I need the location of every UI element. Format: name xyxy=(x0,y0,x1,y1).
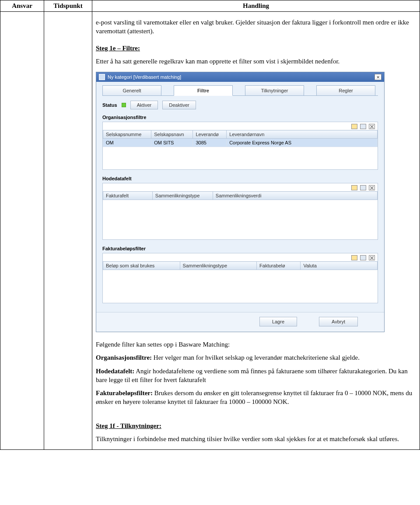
status-row: Status Aktiver Deaktiver xyxy=(102,101,378,109)
aktiver-button[interactable]: Aktiver xyxy=(130,101,158,109)
hode-desc: Hodedatafelt: Angir hodedatafeltene og v… xyxy=(96,367,416,385)
belop-desc: Fakturabeløpsfilter: Brukes dersom du øn… xyxy=(96,389,416,407)
org-text: Her velger man for hvilket selskap og le… xyxy=(152,354,360,361)
hode-col-sammenlikningstype[interactable]: Sammenlikningstype xyxy=(152,192,213,200)
hode-grid: Fakturafelt Sammenlikningstype Sammenlik… xyxy=(103,191,378,200)
section-title-belop: Fakturabeløpsfilter xyxy=(102,246,378,251)
org-cell-navn: OM SITS xyxy=(151,139,193,147)
tab-tilknytninger[interactable]: Tilknytninger xyxy=(245,85,304,96)
window-icon xyxy=(99,74,105,80)
org-pane: Selskapsnumme Selskapsnavn Leverandø Lev… xyxy=(102,122,378,170)
titlebar: Ny kategori [Verdibasert matching] ✕ xyxy=(96,72,384,82)
org-desc: Organisasjonsfiltre: Her velger man for … xyxy=(96,353,416,362)
hode-col-fakturafelt[interactable]: Fakturafelt xyxy=(103,192,153,200)
status-indicator-icon xyxy=(122,103,126,107)
step-1e-body: Etter å ha satt generelle regelkrav kan … xyxy=(96,57,416,66)
belop-col-belop[interactable]: Beløp som skal brukes xyxy=(103,262,180,270)
close-icon[interactable]: ✕ xyxy=(374,74,382,80)
delete-icon[interactable] xyxy=(369,124,375,129)
tab-filtre[interactable]: Filtre xyxy=(174,85,233,96)
status-label: Status xyxy=(102,102,117,108)
new-icon[interactable] xyxy=(351,185,357,190)
cell-handling: e-post varsling til varemottaker eller e… xyxy=(92,12,420,450)
header-ansvar: Ansvar xyxy=(0,0,44,12)
org-grid: Selskapsnumme Selskapsnavn Leverandø Lev… xyxy=(103,130,378,147)
belop-col-sammen[interactable]: Sammenlikningstype xyxy=(180,262,257,270)
edit-icon[interactable] xyxy=(360,255,366,260)
step-1f-body: Tilknytninger i forbindelse med matching… xyxy=(96,435,416,443)
org-label: Organisasjonsfiltre: xyxy=(96,354,152,361)
org-cell-lev: 3085 xyxy=(193,139,227,147)
belop-pane: Beløp som skal brukes Sammenlikningstype… xyxy=(102,253,378,303)
lagre-button[interactable]: Lagre xyxy=(259,317,297,326)
hode-pane: Fakturafelt Sammenlikningstype Sammenlik… xyxy=(102,183,378,240)
window-title: Ny kategori [Verdibasert matching] xyxy=(108,74,181,80)
cell-tidspunkt xyxy=(44,12,92,450)
delete-icon[interactable] xyxy=(369,255,375,260)
after-intro: Følgende filter kan settes opp i Basware… xyxy=(96,340,416,349)
section-title-hode: Hodedatafelt xyxy=(102,176,378,181)
avbryt-button[interactable]: Avbryt xyxy=(319,317,358,326)
tab-regler[interactable]: Regler xyxy=(316,85,375,96)
org-col-leverandornavn[interactable]: Leverandørnavn xyxy=(227,130,378,139)
table-row[interactable]: OM OM SITS 3085 Corporate Express Norge … xyxy=(103,139,378,147)
header-tidspunkt: Tidspunkt xyxy=(44,0,92,12)
hode-col-sammenlikningsverdi[interactable]: Sammenlikningsverdi xyxy=(213,192,377,200)
tab-bar: Generelt Filtre Tilknytninger Regler xyxy=(96,82,384,96)
belop-label: Fakturabeløpsfilter: xyxy=(96,389,153,396)
app-window: Ny kategori [Verdibasert matching] ✕ Gen… xyxy=(96,72,385,332)
dialog-footer: Lagre Avbryt xyxy=(96,312,384,332)
hode-text: Angir hodedatafeltene og verdiene som må… xyxy=(96,368,408,383)
edit-icon[interactable] xyxy=(360,124,366,129)
edit-icon[interactable] xyxy=(360,185,366,190)
new-icon[interactable] xyxy=(351,124,357,129)
cell-ansvar xyxy=(0,12,44,450)
outer-table: Ansvar Tidspunkt Handling e-post varslin… xyxy=(0,0,420,450)
belop-grid: Beløp som skal brukes Sammenlikningstype… xyxy=(103,261,378,270)
delete-icon[interactable] xyxy=(369,185,375,190)
section-title-org: Organisasjonsfiltre xyxy=(102,115,378,120)
hode-label: Hodedatafelt: xyxy=(96,368,134,375)
tab-generelt[interactable]: Generelt xyxy=(102,85,161,96)
belop-col-fakturabelop[interactable]: Fakturabelø xyxy=(257,262,301,270)
header-handling: Handling xyxy=(92,0,420,12)
org-col-selskapsnummer[interactable]: Selskapsnumme xyxy=(103,130,151,139)
org-col-selskapsnavn[interactable]: Selskapsnavn xyxy=(151,130,193,139)
org-col-leverandor[interactable]: Leverandø xyxy=(193,130,227,139)
new-icon[interactable] xyxy=(351,255,357,260)
belop-col-valuta[interactable]: Valuta xyxy=(301,262,378,270)
step-1e-title: Steg 1e – Filtre: xyxy=(96,44,416,53)
org-cell-levnavn: Corporate Express Norge AS xyxy=(227,139,378,147)
step-1f-title: Steg 1f - Tilknytninger: xyxy=(96,421,416,430)
intro-text: e-post varsling til varemottaker eller e… xyxy=(96,18,416,36)
deaktiver-button[interactable]: Deaktiver xyxy=(162,101,196,109)
org-cell-num: OM xyxy=(103,139,151,147)
